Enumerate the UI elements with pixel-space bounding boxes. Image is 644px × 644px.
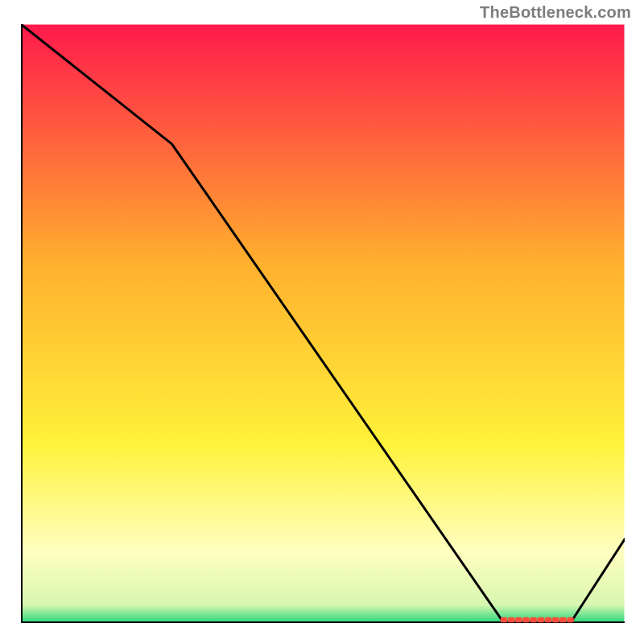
marker-dot <box>523 617 530 622</box>
marker-dot <box>559 617 566 622</box>
marker-dot <box>552 617 559 622</box>
marker-dot <box>538 617 544 622</box>
chart-svg <box>21 24 625 623</box>
marker-dot <box>515 617 522 622</box>
marker-dot <box>545 617 551 622</box>
marker-dot <box>508 617 514 622</box>
marker-dot <box>568 617 574 622</box>
marker-dot <box>501 617 507 622</box>
plot-frame <box>21 24 625 623</box>
watermark-text: TheBottleneck.com <box>480 3 631 22</box>
gradient-background <box>22 25 625 623</box>
marker-dot <box>530 617 537 622</box>
chart-stage: TheBottleneck.com <box>0 0 644 644</box>
